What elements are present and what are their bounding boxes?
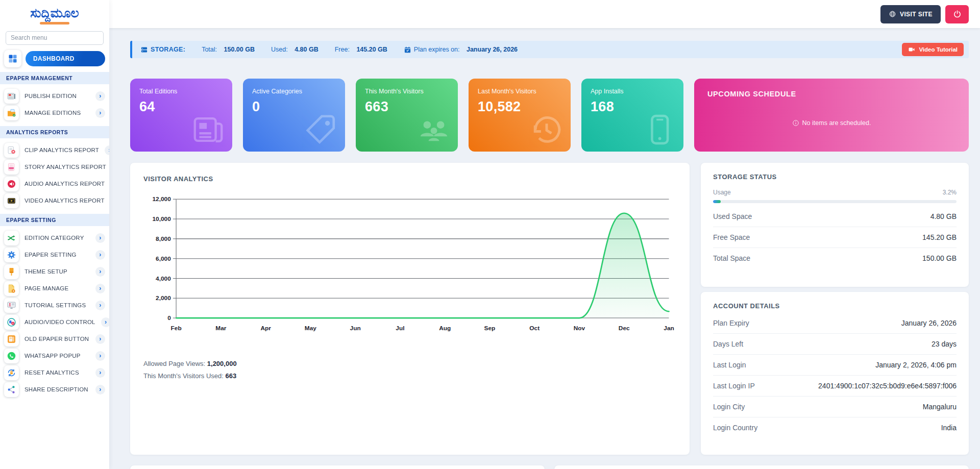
logo[interactable]: ಸುದ್ದಿಮೂಲ (0, 0, 109, 27)
sidebar-item-page-manage[interactable]: PAGE MANAGE› (0, 280, 109, 297)
video-icon (4, 193, 19, 208)
sidebar-item-dashboard[interactable]: DASHBOARD (0, 50, 109, 67)
sidebar-item-label: VIDEO ANALYTICS REPORT (24, 198, 105, 204)
tutorial-icon (4, 298, 19, 313)
chevron-right-icon[interactable]: › (95, 108, 105, 118)
detail-label: Total Space (713, 254, 750, 262)
chevron-right-icon[interactable]: › (95, 351, 105, 361)
phone-bg-icon (642, 112, 677, 147)
logo-text: ಸುದ್ದಿಮೂಲ (30, 6, 79, 20)
sidebar-item-manage-editions[interactable]: MANAGE EDITIONS› (0, 105, 109, 121)
old-epaper-icon (4, 332, 19, 347)
storage-status-panel: STORAGE STATUS Usage 3.2% Used Space4.80… (701, 163, 969, 287)
sidebar-item-epaper-setting[interactable]: EPAPER SETTING› (0, 246, 109, 263)
storage-status-title: STORAGE STATUS (713, 173, 957, 181)
sidebar-item-label: AUDIO ANALYTICS REPORT (24, 181, 105, 187)
detail-row-days-left: Days Left23 days (713, 334, 957, 355)
dashboard-grid-icon (4, 50, 21, 67)
sidebar-item-audio-video-control[interactable]: AUDIO/VIDEO CONTROL› (0, 314, 109, 331)
search-input[interactable] (6, 31, 104, 45)
chevron-right-icon[interactable]: › (95, 267, 105, 277)
detail-value: January 26, 2026 (901, 319, 957, 327)
visitor-analytics-panel: VISITOR ANALYTICS 02,0004,0006,0008,0001… (130, 163, 690, 455)
stat-card-this-month-s-visitors: This Month's Visitors663 (356, 79, 458, 152)
chevron-right-icon[interactable]: › (101, 317, 109, 327)
sidebar: ಸುದ್ದಿಮೂಲ DASHBOARD EPAPER MANAGEMENTPUB… (0, 0, 109, 469)
chevron-right-icon[interactable]: › (95, 301, 105, 310)
svg-text:Sep: Sep (484, 325, 496, 332)
svg-text:6,000: 6,000 (156, 255, 171, 262)
detail-row-used-space: Used Space4.80 GB (713, 206, 957, 227)
detail-row-total-space: Total Space150.00 GB (713, 248, 957, 268)
stat-card-label: Last Month's Visitors (478, 88, 561, 95)
svg-text:Oct: Oct (529, 325, 540, 332)
stat-card-total-editions: Total Editions64 (130, 79, 232, 152)
share-icon (4, 382, 19, 397)
sidebar-item-clip-analytics-report[interactable]: CLIP ANALYTICS REPORT› (0, 142, 109, 159)
sidebar-item-old-epaper-button[interactable]: OLD EPAPER BUTTON› (0, 331, 109, 348)
sidebar-item-publish-edition[interactable]: PUBLISH EDITION› (0, 88, 109, 105)
detail-label: Plan Expiry (713, 319, 749, 327)
detail-value: India (941, 424, 957, 432)
logout-power-button[interactable] (945, 5, 969, 23)
sidebar-section-header: EPAPER SETTING (0, 214, 109, 226)
stat-cards-row: Total Editions64Active Categories0This M… (130, 79, 969, 152)
sidebar-item-reset-analytics[interactable]: RESET ANALYTICS› (0, 364, 109, 381)
detail-label: Used Space (713, 212, 752, 220)
sidebar-item-label: CLIP ANALYTICS REPORT (24, 147, 99, 153)
sidebar-item-label: MANAGE EDITIONS (24, 110, 90, 116)
sidebar-item-story-analytics-report[interactable]: STORY ANALYTICS REPORT (0, 159, 109, 176)
reset-icon (4, 365, 19, 380)
stat-card-label: This Month's Visitors (365, 88, 449, 95)
sidebar-item-label: RESET ANALYTICS (24, 369, 90, 376)
usage-progress-bar (713, 200, 957, 203)
storage-icon (140, 46, 148, 54)
sidebar-item-audio-analytics-report[interactable]: AUDIO ANALYTICS REPORT (0, 176, 109, 192)
svg-text:May: May (305, 325, 317, 332)
svg-text:Apr: Apr (260, 325, 271, 332)
dashboard-content: STORAGE: Total: 150.00 GB Used: 4.80 GB … (109, 28, 980, 469)
sidebar-item-tutorial-settings[interactable]: TUTORIAL SETTINGS› (0, 297, 109, 314)
chevron-right-icon[interactable]: › (95, 233, 105, 243)
chevron-right-icon[interactable]: › (105, 145, 109, 155)
sidebar-item-label: STORY ANALYTICS REPORT (24, 164, 106, 170)
whatsapp-icon (4, 349, 19, 363)
chevron-right-icon[interactable]: › (95, 368, 105, 378)
dashboard-active-pill[interactable]: DASHBOARD (26, 51, 105, 66)
sidebar-item-whatsapp-popup[interactable]: WHATSAPP POPUP› (0, 348, 109, 364)
detail-row-plan-expiry: Plan ExpiryJanuary 26, 2026 (713, 313, 957, 334)
chevron-right-icon[interactable]: › (95, 250, 105, 260)
audio-icon (4, 177, 19, 191)
detail-value: 145.20 GB (922, 233, 957, 241)
visit-site-button[interactable]: VISIT SITE (880, 5, 941, 23)
chevron-right-icon[interactable]: › (95, 385, 105, 394)
allowed-pageviews-value: 1,200,000 (207, 360, 237, 367)
storage-free: 145.20 GB (356, 46, 387, 53)
video-tutorial-button[interactable]: Video Tutorial (902, 43, 964, 56)
storage-total: 150.00 GB (224, 46, 255, 53)
stat-card-active-categories: Active Categories0 (243, 79, 345, 152)
svg-text:Jul: Jul (396, 325, 404, 332)
chevron-right-icon[interactable]: › (95, 284, 105, 293)
sidebar-item-label: EDITION CATEGORY (24, 235, 90, 241)
schedule-title: UPCOMING SCHEDULE (707, 90, 955, 98)
sidebar-item-edition-category[interactable]: EDITION CATEGORY› (0, 230, 109, 246)
svg-text:Dec: Dec (619, 325, 630, 332)
chevron-right-icon[interactable]: › (95, 334, 105, 344)
storage-used: 4.80 GB (295, 46, 318, 53)
account-details-panel: ACCOUNT DETAILS Plan ExpiryJanuary 26, 2… (701, 292, 969, 455)
sidebar-item-video-analytics-report[interactable]: VIDEO ANALYTICS REPORT (0, 192, 109, 209)
visitors-used-label: This Month's Visitors Used: (143, 372, 224, 380)
svg-text:Nov: Nov (574, 325, 585, 332)
sidebar-item-theme-setup[interactable]: THEME SETUP› (0, 263, 109, 280)
brush-icon (4, 264, 19, 279)
visitors-used-value: 663 (225, 372, 236, 380)
detail-label: Last Login IP (713, 382, 755, 390)
svg-text:0: 0 (167, 314, 171, 321)
power-icon (953, 10, 962, 18)
sidebar-item-label: SHARE DESCRIPTION (24, 386, 90, 392)
chevron-right-icon[interactable]: › (95, 91, 105, 101)
svg-text:4,000: 4,000 (156, 275, 171, 282)
sidebar-item-share-description[interactable]: SHARE DESCRIPTION› (0, 381, 109, 398)
page-icon (4, 281, 19, 296)
